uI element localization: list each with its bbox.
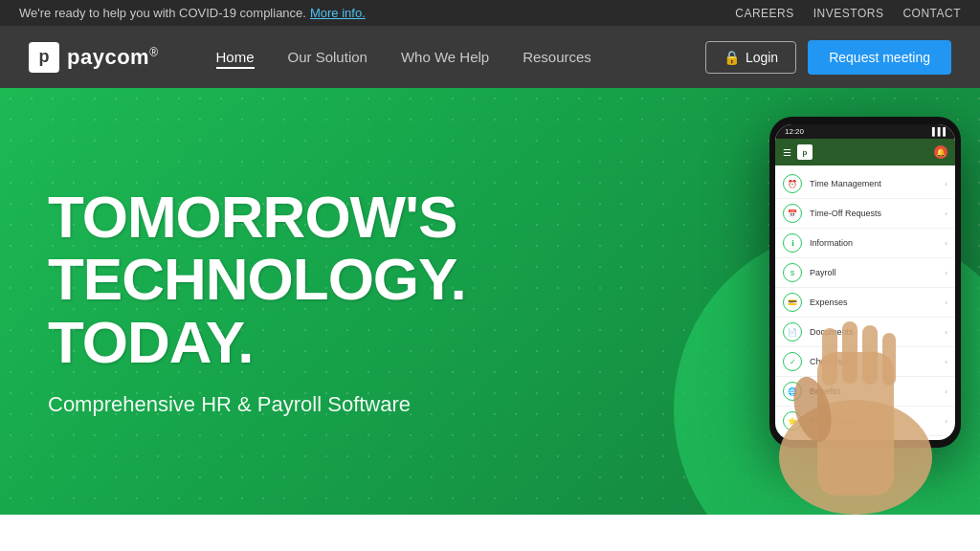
hero-title: TOMORROW'S TECHNOLOGY. TODAY.	[48, 186, 526, 372]
chevron-right-icon-6: ›	[945, 328, 947, 337]
careers-link[interactable]: CAREERS	[735, 7, 794, 20]
phone-menu-item-time-off: 📅 Time-Off Requests ›	[775, 199, 955, 229]
phone-menu-item-performance: ⭐ Performance ›	[775, 407, 955, 436]
phone-screen: 12:20 ▐▐▐ ☰ p 🔔 ⏰ Time Management › 📅	[775, 124, 955, 440]
login-label: Login	[746, 50, 778, 65]
logo-text: paycom®	[67, 45, 159, 70]
navbar: p paycom® Home Our Solution Who We Help …	[0, 26, 980, 88]
information-label: Information	[810, 238, 853, 248]
announcement-bar: We're ready to help you with COVID-19 co…	[0, 0, 980, 26]
phone-menu: ⏰ Time Management › 📅 Time-Off Requests …	[775, 165, 955, 440]
nav-resources[interactable]: Resources	[523, 49, 591, 65]
time-off-label: Time-Off Requests	[810, 209, 881, 218]
phone-app-header: ☰ p 🔔	[775, 139, 955, 165]
hero-title-line2: TODAY.	[48, 309, 254, 375]
phone-menu-item-information: ℹ Information ›	[775, 229, 955, 258]
nav-who-we-help[interactable]: Who We Help	[401, 49, 489, 65]
more-info-link[interactable]: More info.	[310, 6, 366, 20]
login-button[interactable]: 🔒 Login	[705, 41, 796, 74]
checklists-label: Checklists	[810, 357, 849, 366]
phone-time: 12:20	[785, 127, 804, 136]
chevron-right-icon-8: ›	[945, 387, 947, 396]
contact-link[interactable]: CONTACT	[902, 7, 961, 20]
top-right-links: CAREERS INVESTORS CONTACT	[735, 7, 961, 20]
chevron-right-icon-3: ›	[945, 239, 947, 248]
time-management-icon: ⏰	[783, 174, 802, 193]
nav-our-solution[interactable]: Our Solution	[288, 49, 368, 65]
phone-menu-item-payroll: $ Payroll ›	[775, 258, 955, 288]
trademark: ®	[149, 45, 158, 58]
hero-subtitle: Comprehensive HR & Payroll Software	[48, 392, 526, 417]
hamburger-icon: ☰	[783, 147, 791, 158]
nav-actions: 🔒 Login Request meeting	[705, 40, 951, 75]
phone-signal: ▐▐▐	[929, 127, 946, 136]
hero-content: TOMORROW'S TECHNOLOGY. TODAY. Comprehens…	[0, 186, 574, 416]
logo[interactable]: p paycom®	[29, 42, 159, 73]
expenses-icon: 💳	[783, 293, 802, 312]
phone-status-bar: 12:20 ▐▐▐	[775, 124, 955, 139]
chevron-right-icon-5: ›	[945, 298, 947, 307]
chevron-right-icon-2: ›	[945, 209, 947, 218]
phone-menu-item-documents: 📄 Documents ›	[775, 318, 955, 347]
hero-title-line1: TOMORROW'S TECHNOLOGY.	[48, 184, 466, 312]
hero-section: TOMORROW'S TECHNOLOGY. TODAY. Comprehens…	[0, 88, 980, 515]
time-off-icon: 📅	[783, 204, 802, 223]
chevron-right-icon-4: ›	[945, 269, 947, 277]
investors-link[interactable]: INVESTORS	[813, 7, 884, 20]
phone-menu-item-checklists: ✓ Checklists ›	[775, 347, 955, 377]
nav-links: Home Our Solution Who We Help Resources	[216, 49, 705, 66]
nav-home[interactable]: Home	[216, 49, 255, 69]
documents-label: Documents	[810, 327, 854, 337]
chevron-right-icon-7: ›	[945, 358, 947, 366]
phone-menu-item-benefits: 🌐 Benefits ›	[775, 377, 955, 407]
documents-icon: 📄	[783, 322, 802, 342]
performance-icon: ⭐	[783, 411, 802, 430]
checklists-icon: ✓	[783, 352, 802, 371]
phone-menu-item-time-management: ⏰ Time Management ›	[775, 169, 955, 199]
performance-label: Performance	[810, 416, 859, 426]
expenses-label: Expenses	[810, 298, 848, 307]
chevron-right-icon-9: ›	[945, 417, 947, 426]
phone-menu-item-expenses: 💳 Expenses ›	[775, 288, 955, 318]
logo-icon: p	[29, 42, 59, 73]
payroll-icon: $	[783, 263, 802, 282]
information-icon: ℹ	[783, 233, 802, 253]
lock-icon: 🔒	[724, 50, 740, 65]
phone-mockup: 12:20 ▐▐▐ ☰ p 🔔 ⏰ Time Management › 📅	[769, 117, 961, 448]
payroll-label: Payroll	[810, 268, 836, 277]
time-management-label: Time Management	[810, 179, 881, 188]
phone-app-logo-icon: p	[797, 144, 813, 160]
request-meeting-button[interactable]: Request meeting	[808, 40, 951, 75]
notification-badge: 🔔	[934, 145, 947, 159]
benefits-icon: 🌐	[783, 382, 802, 401]
chevron-right-icon: ›	[945, 180, 947, 188]
benefits-label: Benefits	[810, 386, 841, 396]
announcement-text: We're ready to help you with COVID-19 co…	[19, 6, 306, 20]
